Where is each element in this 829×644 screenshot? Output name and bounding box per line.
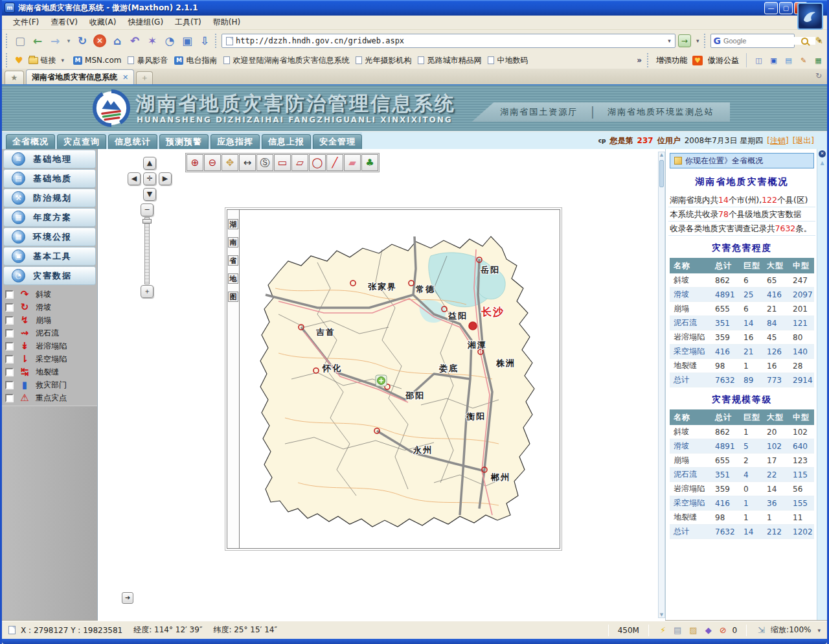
tab-close-icon[interactable]: ✕ <box>122 73 128 82</box>
full-extent-button[interactable]: ♣ <box>361 154 378 171</box>
brush-icon[interactable]: ✎ <box>799 56 808 65</box>
go-button[interactable]: → <box>678 34 691 47</box>
layer-item[interactable]: ⚠重点灾点 <box>3 391 97 404</box>
grid-icon[interactable]: ▦ <box>813 56 823 65</box>
sidebar-section[interactable]: ▦年度方案 <box>3 208 96 227</box>
layer-item[interactable]: ↻滑坡 <box>3 301 97 314</box>
sidebar-toggle-icon[interactable]: ✕ <box>819 150 826 157</box>
layer-item[interactable]: ⇝泥石流 <box>3 327 97 339</box>
nav-tab[interactable]: 安全管理 <box>313 134 362 149</box>
layer-checkbox[interactable] <box>5 303 14 312</box>
search-icon[interactable] <box>801 38 808 45</box>
map-vertical-scrollbar[interactable]: ▲ ▼ <box>658 152 665 618</box>
notes-icon[interactable]: ▤ <box>784 56 793 65</box>
pan-center-button[interactable]: ✛ <box>143 172 156 185</box>
popup-blocker-icon[interactable]: ⊘ <box>720 625 727 635</box>
pan-button[interactable]: ✥ <box>221 154 238 171</box>
redline-button[interactable]: ╱ <box>326 154 343 171</box>
layer-checkbox[interactable] <box>5 316 14 325</box>
pan-down-button[interactable]: ▼ <box>143 188 156 201</box>
layer-item[interactable]: ↯崩塌 <box>3 314 97 327</box>
pan-right-button[interactable]: ▶ <box>159 172 172 185</box>
scroll-up-icon[interactable]: ▲ <box>660 152 663 157</box>
address-bar[interactable]: ▾ <box>221 34 676 48</box>
menu-item[interactable]: 文件(F) <box>7 16 45 29</box>
quick-link[interactable]: MMSN.com <box>73 56 121 65</box>
sidebar-section[interactable]: ▦环境公报 <box>3 227 96 246</box>
layer-checkbox[interactable] <box>5 329 14 338</box>
favorites-heart-icon[interactable]: ♥ <box>15 55 23 65</box>
nav-tab[interactable]: 信息上报 <box>262 134 311 149</box>
zoom-level[interactable]: 缩放:100% <box>771 625 811 636</box>
new-page-button[interactable]: ▢ <box>12 33 28 49</box>
charity-heart-icon[interactable]: ♥ <box>692 56 703 65</box>
charity-link[interactable]: 傲游公益 <box>708 55 739 66</box>
folder-icon[interactable]: ▨ <box>689 625 697 635</box>
sidebar-section[interactable]: ▣基本工具 <box>3 247 96 266</box>
eraser-button[interactable]: ▰ <box>344 154 361 171</box>
home-button[interactable]: ⌂ <box>109 33 125 49</box>
nav-tab[interactable]: 信息统计 <box>108 134 157 149</box>
measure-button[interactable]: ↔ <box>239 154 256 171</box>
map-scroll-right-button[interactable]: ➜ <box>122 592 133 604</box>
address-dropdown-icon[interactable]: ▾ <box>665 38 674 44</box>
zoom-slider-track[interactable] <box>144 217 150 284</box>
history-button[interactable]: ◔ <box>162 33 177 49</box>
menu-item[interactable]: 查看(V) <box>45 16 84 29</box>
sidebar-section[interactable]: ≋基础地理 <box>3 150 96 168</box>
zoom-in-button[interactable]: ⊕ <box>187 154 203 171</box>
scroll-up-icon[interactable]: ▲ <box>820 160 824 166</box>
boost-icon[interactable]: ⚡ <box>660 625 666 635</box>
nav-tab[interactable]: 全省概况 <box>6 134 55 149</box>
layer-checkbox[interactable] <box>5 368 14 376</box>
refresh-button[interactable]: ↻ <box>74 33 90 49</box>
minimize-button[interactable]: — <box>764 2 778 14</box>
back-button[interactable]: ← <box>30 33 45 49</box>
layer-item[interactable]: ⇂采空塌陷 <box>3 352 97 365</box>
link-geo-env-station[interactable]: 湖南省地质环境监测总站 <box>608 106 714 118</box>
nav-tab[interactable]: 预测预警 <box>159 134 209 149</box>
window-button[interactable]: ▣ <box>179 33 195 49</box>
new-tab-button[interactable]: ＋ <box>136 71 153 84</box>
pan-up-button[interactable]: ▲ <box>143 157 156 170</box>
tab-active[interactable]: 湖南省地质灾害信息系统 ✕ <box>26 69 134 84</box>
quick-link[interactable]: 光年摄影机构 <box>356 55 411 66</box>
quick-link[interactable]: 中地数码 <box>488 55 528 66</box>
favorites-star-button[interactable]: ★ <box>5 71 24 84</box>
sidebar-section[interactable]: ⚒防治规划 <box>3 189 96 207</box>
tab-refresh-icon[interactable]: ↻ <box>815 71 822 80</box>
locate-marker[interactable] <box>376 375 387 386</box>
scroll-thumb[interactable] <box>659 160 664 187</box>
hunan-map[interactable]: 张家界常德岳阳益阳长沙吉首湘潭株洲怀化娄底邵阳衡阳永州郴州 <box>240 210 560 548</box>
links-overflow-chevron[interactable]: » <box>637 56 642 65</box>
maximize-button[interactable]: ▢ <box>779 2 793 14</box>
layer-item[interactable]: ↷斜坡 <box>3 288 97 301</box>
go-dropdown-icon[interactable]: ▾ <box>694 38 702 44</box>
zoom-out-button[interactable]: ⊖ <box>204 154 221 171</box>
quick-link[interactable]: 暴风影音 <box>128 55 168 66</box>
sidebar-section[interactable]: ◔灾害数据 <box>3 266 96 285</box>
layer-item[interactable]: ▮救灾部门 <box>3 378 97 391</box>
window-icon[interactable]: ▣ <box>769 56 778 65</box>
logout-link[interactable]: [注销] <box>767 135 788 146</box>
select-circle-button[interactable]: ◯ <box>309 154 326 171</box>
sidebar-section[interactable]: ▤基础地质 <box>3 169 96 188</box>
nav-tab[interactable]: 应急指挥 <box>210 134 260 149</box>
zoom-out-step-button[interactable]: − <box>141 203 153 216</box>
notes-book-icon[interactable]: ◆ <box>705 625 712 635</box>
zoom-in-step-button[interactable]: ＋ <box>141 285 153 298</box>
menu-item[interactable]: 收藏(A) <box>84 16 122 29</box>
quick-link[interactable]: 链接▾ <box>28 55 67 66</box>
layer-checkbox[interactable] <box>5 355 14 363</box>
layer-checkbox[interactable] <box>5 342 14 351</box>
quick-link[interactable]: 欢迎登陆湖南省地质灾害信息系统 <box>223 55 349 66</box>
map-area[interactable]: ▲ ◀ ✛ ▶ ▼ − ＋ ⊕⊖✥↔Ⓢ▭▱◯╱▰♣ 湖南省地图 <box>98 149 665 621</box>
resize-icon[interactable]: ⇲ <box>758 625 765 635</box>
download-button[interactable]: ⇩ <box>197 33 212 49</box>
history-dropdown-button[interactable]: ▾ <box>65 33 73 49</box>
pan-left-button[interactable]: ◀ <box>128 172 141 185</box>
zoom-slider-handle[interactable] <box>142 219 152 224</box>
link-land-resources-dept[interactable]: 湖南省国土资源厅 <box>500 106 578 118</box>
layer-checkbox[interactable] <box>5 394 14 402</box>
page-scrollbar[interactable]: ✕ ▲ <box>817 149 827 621</box>
